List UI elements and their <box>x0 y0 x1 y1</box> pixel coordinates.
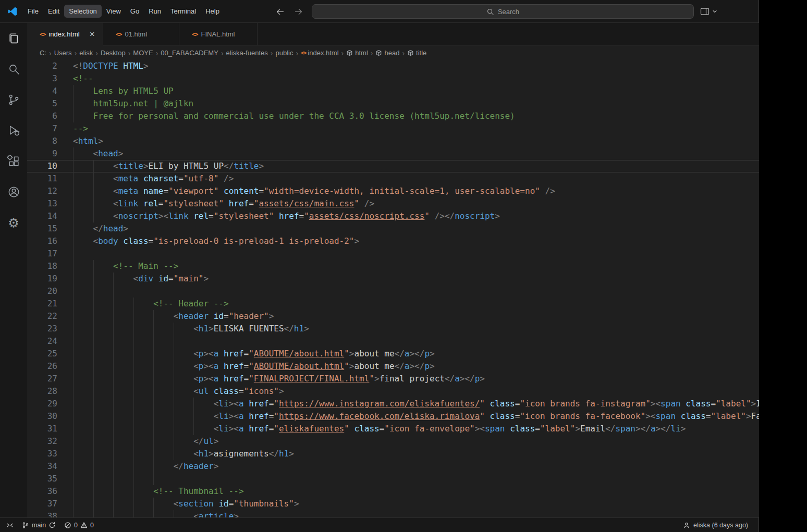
line-number[interactable]: 37 <box>27 498 57 510</box>
line-number[interactable]: 22 <box>27 310 57 323</box>
menu-selection[interactable]: Selection <box>64 5 101 18</box>
run-and-debug-button[interactable] <box>0 115 27 146</box>
line-number[interactable]: 25 <box>27 348 57 360</box>
code-line-38[interactable]: 38 <article> <box>27 510 759 517</box>
problems-indicator[interactable]: 0 0 <box>64 522 94 529</box>
menu-edit[interactable]: Edit <box>43 5 64 18</box>
code-line-2[interactable]: 2<!DOCTYPE HTML> <box>27 60 759 72</box>
breadcrumb-Desktop[interactable]: Desktop <box>101 49 126 57</box>
chevron-down-icon[interactable] <box>712 8 718 15</box>
breadcrumb-html[interactable]: html <box>346 49 368 57</box>
line-number[interactable]: 9 <box>27 147 57 160</box>
code-line-13[interactable]: 13 <link rel="stylesheet" href="assets/c… <box>27 197 759 210</box>
line-number[interactable]: 6 <box>27 110 57 122</box>
breadcrumb-Users[interactable]: Users <box>54 49 72 57</box>
code-line-20[interactable]: 20 <box>27 285 759 298</box>
code-line-29[interactable]: 29 <li><a href="https://www.instagram.co… <box>27 398 759 410</box>
line-number[interactable]: 15 <box>27 222 57 235</box>
sync-icon[interactable] <box>48 522 56 529</box>
breadcrumb-title[interactable]: title <box>407 49 426 57</box>
code-line-22[interactable]: 22 <header id="header"> <box>27 310 759 323</box>
line-number[interactable]: 28 <box>27 385 57 398</box>
source-control-button[interactable] <box>0 84 27 115</box>
line-number[interactable]: 30 <box>27 410 57 423</box>
code-editor[interactable]: 2<!DOCTYPE HTML>3<!--4 Lens by HTML5 UP5… <box>27 60 759 517</box>
line-number[interactable]: 29 <box>27 398 57 410</box>
account-button[interactable] <box>0 177 27 207</box>
code-line-23[interactable]: 23 <h1>ELISKA FUENTES</h1> <box>27 323 759 335</box>
line-number[interactable]: 18 <box>27 260 57 273</box>
breadcrumb-00_FABACADEMY[interactable]: 00_FABACADEMY <box>161 49 218 57</box>
line-number[interactable]: 14 <box>27 210 57 222</box>
line-number[interactable]: 2 <box>27 60 57 72</box>
code-line-3[interactable]: 3<!-- <box>27 72 759 85</box>
line-number[interactable]: 26 <box>27 360 57 373</box>
code-line-18[interactable]: 18 <!-- Main --> <box>27 260 759 273</box>
branch-indicator[interactable]: main <box>22 522 56 529</box>
breadcrumb-head[interactable]: head <box>375 49 399 57</box>
search-button[interactable] <box>0 54 27 84</box>
code-line-19[interactable]: 19 <div id="main"> <box>27 273 759 285</box>
line-number[interactable]: 19 <box>27 273 57 285</box>
tab-FINAL.html[interactable]: <>FINAL.html× <box>179 23 258 45</box>
line-number[interactable]: 33 <box>27 448 57 460</box>
breadcrumb-public[interactable]: public <box>275 49 293 57</box>
line-number[interactable]: 31 <box>27 423 57 435</box>
code-line-27[interactable]: 27 <p><a href="FINALPROJECT/FINAL.html">… <box>27 373 759 385</box>
code-line-10[interactable]: 10 <title>ELI by HTML5 UP</title> <box>27 160 759 172</box>
breadcrumb-MOYE[interactable]: MOYE <box>133 49 153 57</box>
line-number[interactable]: 4 <box>27 85 57 97</box>
line-number[interactable]: 36 <box>27 485 57 498</box>
code-line-16[interactable]: 16 <body class="is-preload-0 is-preload-… <box>27 235 759 248</box>
line-number[interactable]: 17 <box>27 248 57 260</box>
menu-terminal[interactable]: Terminal <box>166 5 201 18</box>
code-line-26[interactable]: 26 <p><a href="ABOUTME/about.html">about… <box>27 360 759 373</box>
line-number[interactable]: 21 <box>27 298 57 310</box>
code-line-4[interactable]: 4 Lens by HTML5 UP <box>27 85 759 97</box>
tab-index.html[interactable]: <>index.html× <box>27 23 103 46</box>
line-number[interactable]: 7 <box>27 122 57 135</box>
commit-indicator[interactable]: eliska (6 days ago) <box>683 522 748 529</box>
line-number[interactable]: 13 <box>27 197 57 210</box>
back-arrow-icon[interactable] <box>275 7 285 17</box>
code-line-6[interactable]: 6 Free for personal and commercial use u… <box>27 110 759 122</box>
code-line-28[interactable]: 28 <ul class="icons"> <box>27 385 759 398</box>
code-line-34[interactable]: 34 </header> <box>27 460 759 473</box>
line-number[interactable]: 3 <box>27 72 57 85</box>
code-line-14[interactable]: 14 <noscript><link rel="stylesheet" href… <box>27 210 759 222</box>
code-line-15[interactable]: 15 </head> <box>27 222 759 235</box>
extensions-button[interactable] <box>0 146 27 177</box>
code-line-31[interactable]: 31 <li><a href="eliskafuentes" class="ic… <box>27 423 759 435</box>
settings-gear-button[interactable]: ⚙ <box>0 207 27 238</box>
code-line-8[interactable]: 8<html> <box>27 135 759 147</box>
line-number[interactable]: 10 <box>27 160 57 172</box>
code-line-9[interactable]: 9 <head> <box>27 147 759 160</box>
code-line-35[interactable]: 35 <box>27 473 759 485</box>
line-number[interactable]: 16 <box>27 235 57 248</box>
close-icon[interactable]: × <box>90 30 95 39</box>
code-line-36[interactable]: 36 <!-- Thumbnail --> <box>27 485 759 498</box>
menu-help[interactable]: Help <box>201 5 224 18</box>
line-number[interactable]: 32 <box>27 435 57 448</box>
menu-file[interactable]: File <box>23 5 43 18</box>
breadcrumb-eliska-fuentes[interactable]: eliska-fuentes <box>226 49 268 57</box>
forward-arrow-icon[interactable] <box>294 7 303 17</box>
line-number[interactable]: 11 <box>27 172 57 185</box>
line-number[interactable]: 27 <box>27 373 57 385</box>
line-number[interactable]: 23 <box>27 323 57 335</box>
tab-01.html[interactable]: <>01.html× <box>103 23 179 45</box>
code-line-21[interactable]: 21 <!-- Header --> <box>27 298 759 310</box>
menu-go[interactable]: Go <box>126 5 144 18</box>
line-number[interactable]: 35 <box>27 473 57 485</box>
menu-view[interactable]: View <box>102 5 126 18</box>
code-line-25[interactable]: 25 <p><a href="ABOUTME/about.html">about… <box>27 348 759 360</box>
line-number[interactable]: 34 <box>27 460 57 473</box>
customize-layout-icon[interactable] <box>700 6 710 17</box>
code-line-32[interactable]: 32 </ul> <box>27 435 759 448</box>
breadcrumb-C:[interactable]: C: <box>40 49 46 57</box>
line-number[interactable]: 5 <box>27 97 57 110</box>
line-number[interactable]: 20 <box>27 285 57 298</box>
line-number[interactable]: 8 <box>27 135 57 147</box>
menu-run[interactable]: Run <box>144 5 166 18</box>
code-line-5[interactable]: 5 html5up.net | @ajlkn <box>27 97 759 110</box>
